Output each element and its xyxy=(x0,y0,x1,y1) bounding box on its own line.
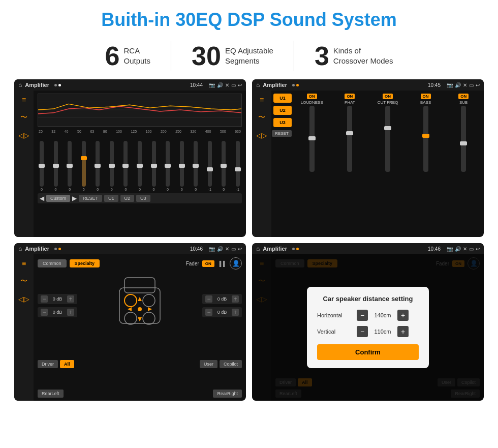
channel-bass: ON BASS xyxy=(408,94,444,234)
status-time-3: 10:46 xyxy=(190,246,203,252)
home-icon-2[interactable]: ⌂ xyxy=(256,81,260,88)
volume-icon-1: 🔊 xyxy=(217,82,223,88)
channel-cutfreq: ON CUT FREQ xyxy=(369,94,406,234)
u2-button[interactable]: U2 xyxy=(120,195,135,202)
u1-button[interactable]: U1 xyxy=(104,195,118,202)
cutfreq-on-btn[interactable]: ON xyxy=(383,94,393,99)
stat-number-crossover: 3 xyxy=(315,43,329,69)
vertical-label: Vertical xyxy=(317,328,353,335)
profile-icon[interactable]: 👤 xyxy=(230,257,242,270)
eq-slider-thumb[interactable] xyxy=(39,164,45,168)
phat-on-btn[interactable]: ON xyxy=(345,94,355,99)
channel-sub: ON SUB xyxy=(445,94,482,234)
all-btn[interactable]: All xyxy=(60,360,74,368)
speaker-icon[interactable]: ◁▷ xyxy=(18,131,29,139)
db-plus-4[interactable]: + xyxy=(232,309,239,316)
reset-button[interactable]: RESET xyxy=(79,195,102,202)
screens-grid: ⌂ Amplifier 10:44 📷 🔊 ✕ ▭ ↩ ≡ 〜 ◁▷ xyxy=(0,79,498,401)
wave-icon-3[interactable]: 〜 xyxy=(20,277,27,286)
u3-button[interactable]: U3 xyxy=(136,195,150,202)
db-plus-2[interactable]: + xyxy=(67,309,74,316)
stat-text-rca-2: Outputs xyxy=(124,56,151,66)
db-value-4: 0 dB xyxy=(214,310,230,315)
channel-phat: ON PHAT xyxy=(332,94,368,234)
vertical-minus[interactable]: − xyxy=(357,326,368,337)
eq-slider-thumb-2[interactable] xyxy=(53,164,59,168)
preset-u1[interactable]: U1 xyxy=(273,94,292,103)
eq-icon-3[interactable]: ≡ xyxy=(22,259,26,267)
db-plus-3[interactable]: + xyxy=(232,295,239,303)
eq-slider-track[interactable] xyxy=(40,141,44,187)
common-tab[interactable]: Common xyxy=(38,259,67,267)
home-icon-3[interactable]: ⌂ xyxy=(18,245,22,252)
status-title-4: Amplifier xyxy=(263,246,287,252)
volume-icon-4: 🔊 xyxy=(455,246,461,252)
camera-icon-2: 📷 xyxy=(447,82,453,88)
eq-icon[interactable]: ≡ xyxy=(22,96,26,104)
page-title: Buith-in 30EQ DSP Sound System xyxy=(0,0,498,37)
user-btn[interactable]: User xyxy=(200,360,217,368)
back-icon-1: ↩ xyxy=(238,82,242,88)
vertical-plus[interactable]: + xyxy=(397,326,409,337)
rearleft-btn[interactable]: RearLeft xyxy=(38,390,64,398)
driver-btn[interactable]: Driver xyxy=(38,360,58,368)
custom-button[interactable]: Custom xyxy=(46,195,70,202)
horizontal-minus[interactable]: − xyxy=(357,310,368,321)
rearright-btn[interactable]: RearRight xyxy=(213,390,242,398)
eq-freq-labels: 25 32 40 50 63 80 100 125 160 200 250 32… xyxy=(38,130,242,133)
dialog-overlay: Car speaker distance setting Horizontal … xyxy=(252,254,484,401)
db-plus-1[interactable]: + xyxy=(67,295,74,303)
screen-fader: ⌂ Amplifier 10:46 📷 🔊 ✕ ▭ ↩ ≡ 〜 ◁▷ xyxy=(14,243,246,401)
status-bar-4: ⌂ Amplifier 10:46 📷 🔊 ✕ ▭ ↩ xyxy=(252,243,484,254)
speaker-icon-3[interactable]: ◁▷ xyxy=(18,295,29,303)
wave-icon-2[interactable]: 〜 xyxy=(258,113,265,122)
horizontal-label: Horizontal xyxy=(317,312,353,318)
vertical-stepper: − 110cm + xyxy=(357,326,409,337)
stat-text-crossover-2: Crossover Modes xyxy=(333,56,393,66)
eq-icon-2[interactable]: ≡ xyxy=(260,96,264,104)
db-value-1: 0 dB xyxy=(50,296,65,302)
next-button[interactable]: ▶ xyxy=(72,195,77,202)
fader-main: Common Specialty Fader ON ▌▌ 👤 − 0 dB + xyxy=(34,254,246,401)
svg-marker-13 xyxy=(148,307,152,311)
screen4-body: ≡ 〜 ◁▷ Common Specialty Fader ON 👤 xyxy=(252,254,484,401)
horizontal-value: 140cm xyxy=(370,312,395,318)
copilot-btn[interactable]: Copilot xyxy=(220,360,242,368)
window-icon-1: ▭ xyxy=(231,82,236,88)
specialty-tab[interactable]: Specialty xyxy=(70,259,100,267)
db-minus-1[interactable]: − xyxy=(41,295,48,303)
horizontal-plus[interactable]: + xyxy=(397,310,409,321)
db-minus-2[interactable]: − xyxy=(41,309,48,316)
svg-point-5 xyxy=(124,294,137,307)
fader-right-controls: − 0 dB + − 0 dB + xyxy=(202,294,242,317)
loudness-on-btn[interactable]: ON xyxy=(307,94,317,99)
fader-on-btn[interactable]: ON xyxy=(202,260,214,267)
home-icon-1[interactable]: ⌂ xyxy=(18,81,22,88)
window-icon-4: ▭ xyxy=(469,246,474,252)
home-icon-4[interactable]: ⌂ xyxy=(256,245,260,252)
eq-bottom-bar: ◀ Custom ▶ RESET U1 U2 U3 xyxy=(38,193,242,203)
camera-icon-4: 📷 xyxy=(447,246,453,252)
wave-icon[interactable]: 〜 xyxy=(20,113,27,122)
prev-button[interactable]: ◀ xyxy=(40,195,44,202)
screen-mixer: ⌂ Amplifier 10:45 📷 🔊 ✕ ▭ ↩ ≡ 〜 ◁▷ xyxy=(252,79,484,237)
stat-number-eq: 30 xyxy=(192,43,221,69)
dialog-box: Car speaker distance setting Horizontal … xyxy=(307,287,429,368)
preset-u3[interactable]: U3 xyxy=(273,118,292,127)
status-title-3: Amplifier xyxy=(25,246,49,252)
mixer-reset[interactable]: RESET xyxy=(272,130,292,137)
eq-main: 25 32 40 50 63 80 100 125 160 200 250 32… xyxy=(34,91,246,237)
screen1-body: ≡ 〜 ◁▷ xyxy=(14,91,246,237)
eq-sliders-row: 0 0 0 5 xyxy=(38,135,242,191)
bass-on-btn[interactable]: ON xyxy=(421,94,431,99)
preset-u2[interactable]: U2 xyxy=(273,106,292,115)
confirm-button[interactable]: Confirm xyxy=(317,344,419,360)
db-minus-4[interactable]: − xyxy=(205,309,212,316)
close-icon-3: ✕ xyxy=(225,246,229,252)
back-icon-3: ↩ xyxy=(238,246,242,252)
db-minus-3[interactable]: − xyxy=(205,295,212,303)
speaker-icon-2[interactable]: ◁▷ xyxy=(256,131,267,139)
screen-dialog: ⌂ Amplifier 10:46 📷 🔊 ✕ ▭ ↩ ≡ 〜 ◁▷ xyxy=(252,243,484,401)
window-icon-3: ▭ xyxy=(231,246,236,252)
sub-on-btn[interactable]: ON xyxy=(458,94,469,99)
